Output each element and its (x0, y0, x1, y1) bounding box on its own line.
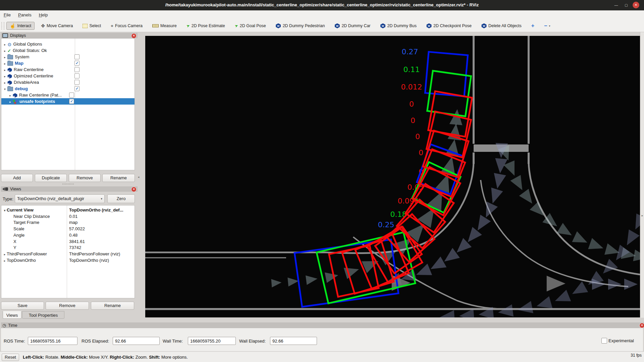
scene-canvas[interactable]: 0.270.110.012000000.050.0960.180.25 (145, 36, 640, 317)
display-row-global-options[interactable]: ▸⚙Global Options (1, 41, 135, 47)
view-property-near-clip-distance[interactable]: Near Clip Distance (1, 214, 75, 220)
tab-views[interactable]: Views (3, 311, 21, 319)
wall-elapsed-field[interactable] (270, 337, 317, 345)
ros-elapsed-field[interactable] (113, 337, 160, 345)
tool-2d-dummy-bus[interactable]: w2D Dummy Bus (377, 22, 420, 30)
display-enabled-checkbox-unchecked[interactable] (74, 54, 79, 59)
display-enabled-checkbox-unchecked[interactable] (74, 80, 79, 85)
minimize-icon[interactable]: — (613, 2, 619, 8)
toolbar-grip[interactable] (1, 22, 4, 29)
menu-item-panels[interactable]: Panels (14, 10, 35, 17)
view-property-x[interactable]: X (1, 239, 75, 245)
display-row-label: Global Options (13, 42, 42, 47)
display-row-system[interactable]: ▸System (1, 54, 135, 60)
wall-time-field[interactable] (188, 337, 236, 345)
view-property-y[interactable]: Y (1, 245, 75, 251)
property-value-scale[interactable]: 57.0022 (69, 226, 134, 232)
property-value-target-frame[interactable]: map (69, 220, 134, 226)
duplicate-button[interactable]: Duplicate (35, 174, 67, 182)
remove-button[interactable]: Remove (69, 174, 101, 182)
expander-icon[interactable]: ▾ (3, 207, 7, 213)
property-value-x[interactable]: 3841.61 (69, 239, 134, 245)
display-enabled-checkbox-unchecked[interactable] (74, 73, 79, 78)
autoware-logo-icon: w (7, 80, 12, 85)
display-row-drivablearea[interactable]: ▸wDrivableArea (1, 79, 135, 85)
display-row-opimized-centerline[interactable]: ▸wOpimized Centerline (1, 73, 135, 79)
tool-measure[interactable]: Measure (149, 22, 180, 30)
experimental-label: Experimental (608, 338, 634, 343)
experimental-checkbox[interactable] (601, 338, 607, 344)
tool-minus-dropdown-button[interactable]: −▾ (541, 22, 553, 30)
display-enabled-checkbox-checked[interactable]: ✓ (74, 86, 79, 91)
time-panel-body: Experimental ROS Time:ROS Elapsed:Wall T… (1, 328, 643, 351)
property-name: TopDownOrtho (7, 258, 36, 263)
view-property-target-frame[interactable]: Target Frame (1, 220, 75, 226)
display-enabled-checkbox-checked[interactable]: ✓ (74, 61, 79, 66)
view-property-current-view[interactable]: ▾Current View (1, 207, 68, 213)
maximize-icon[interactable]: ▢ (623, 2, 629, 8)
gear-icon: ⚙ (7, 42, 12, 47)
display-row-unsafe-footprints[interactable]: ▸unsafe footprints✓ (1, 98, 135, 105)
tool-2d-dummy-car[interactable]: w2D Dummy Car (331, 22, 374, 30)
tool-focus-camera[interactable]: ⌖Focus Camera (107, 22, 146, 30)
tool-2d-pose-estimate[interactable]: ➤2D Pose Estimate (183, 22, 228, 30)
property-value-current-view[interactable]: TopDownOrtho (rviz_def... (69, 207, 134, 213)
display-row-raw-centerline-pat[interactable]: ▸wRaw Centerline (Pat... (1, 92, 135, 98)
right-dock-strip: ▸ (640, 32, 644, 318)
property-value-thirdpersonfollower[interactable]: ThirdPersonFollower (rviz) (69, 251, 134, 257)
panel-splitter-handle[interactable] (62, 184, 74, 184)
view-property-topdownortho[interactable]: ▸TopDownOrtho (1, 257, 68, 263)
autoware-logo-icon: w (276, 23, 281, 28)
display-enabled-checkbox-checked[interactable]: ✓ (69, 99, 74, 104)
add-button[interactable]: Add (1, 174, 33, 182)
views-panel-header: Views ✕ (1, 186, 138, 192)
autoware-logo-icon: w (13, 93, 17, 98)
tool-move-camera[interactable]: ✥Move Camera (38, 22, 76, 30)
display-row-debug[interactable]: ▾debug✓ (1, 85, 135, 92)
view-property-thirdpersonfollower[interactable]: ▸ThirdPersonFollower (1, 251, 68, 257)
pose-arrow-icon: ➤ (234, 23, 239, 29)
tool-select[interactable]: Select (79, 22, 104, 30)
views-close-icon[interactable]: ✕ (131, 187, 137, 192)
time-close-icon[interactable]: ✕ (639, 323, 644, 328)
autoware-logo-icon: w (426, 23, 432, 28)
tool-label: Select (89, 23, 101, 28)
tool-plus-button[interactable]: + (528, 22, 538, 30)
tool-2d-goal-pose[interactable]: ➤2D Goal Pose (231, 22, 269, 30)
menu-item-help[interactable]: Help (35, 10, 52, 17)
view-type-dropdown[interactable]: TopDownOrtho (rviz_default_plugir ▾ (15, 194, 105, 203)
menu-item-file[interactable]: File (0, 10, 14, 17)
reset-button[interactable]: Reset (2, 354, 19, 361)
close-icon[interactable]: ✕ (633, 2, 639, 8)
views-remove-button[interactable]: Remove (46, 302, 89, 310)
view-property-scale[interactable]: Scale (1, 226, 75, 232)
display-enabled-checkbox-unchecked[interactable] (74, 67, 79, 72)
tab-tool-properties[interactable]: Tool Properties (22, 311, 64, 319)
display-row-map[interactable]: ▸Map✓ (1, 60, 135, 66)
displays-close-icon[interactable]: ✕ (131, 33, 137, 39)
tool-label: Move Camera (47, 23, 73, 28)
views-rename-button[interactable]: Rename (91, 302, 134, 310)
expander-icon[interactable]: ▸ (3, 251, 7, 257)
expander-icon[interactable]: ▸ (3, 258, 7, 263)
display-enabled-checkbox-unchecked[interactable] (69, 93, 74, 98)
display-row-global-status-ok[interactable]: ▸✓Global Status: Ok (1, 47, 135, 54)
property-value-y[interactable]: 73742 (69, 245, 134, 251)
property-value-angle[interactable]: 0.48 (69, 232, 134, 238)
collapse-right-icon[interactable]: ▸ (641, 213, 644, 218)
property-value-near-clip-distance[interactable]: 0.01 (69, 214, 134, 220)
ros-time-field[interactable] (28, 337, 77, 345)
collapse-left-icon[interactable]: ◂ (136, 174, 141, 180)
property-value-topdownortho[interactable]: TopDownOrtho (rviz) (69, 257, 134, 263)
expander-closed-icon[interactable]: ▸ (8, 99, 12, 105)
zero-button[interactable]: Zero (107, 194, 135, 203)
tool-2d-checkpoint-pose[interactable]: w2D Checkpoint Pose (423, 22, 475, 30)
render-viewport[interactable]: 0.270.110.012000000.050.0960.180.25 (145, 36, 640, 317)
rename-button[interactable]: Rename (102, 174, 135, 182)
tool-2d-dummy-pedestrian[interactable]: w2D Dummy Pedestrian (272, 22, 328, 30)
tool-interact[interactable]: ☝Interact (6, 22, 35, 30)
views-save-button[interactable]: Save (1, 302, 44, 310)
display-row-raw-centerline[interactable]: ▸wRaw Centerline (1, 66, 135, 73)
view-property-angle[interactable]: Angle (1, 232, 75, 238)
tool-delete-all-objects[interactable]: wDelete All Objects (478, 22, 525, 30)
